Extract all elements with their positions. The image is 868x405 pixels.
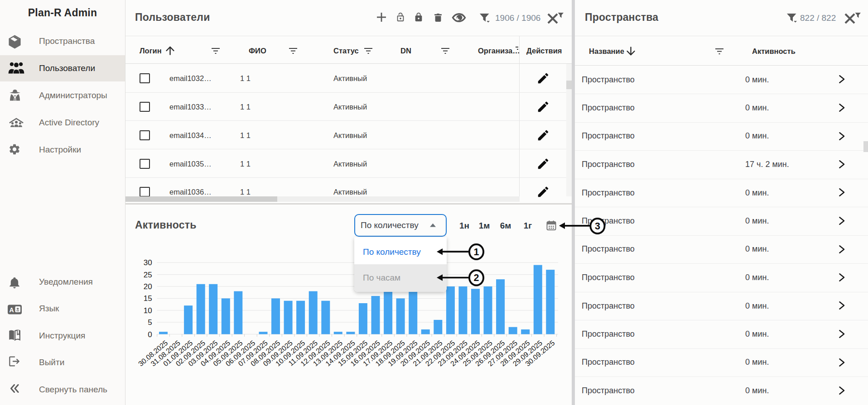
svg-text:1: 1 [474,247,479,257]
svg-text:2: 2 [474,272,479,283]
svg-text:3: 3 [595,221,600,232]
